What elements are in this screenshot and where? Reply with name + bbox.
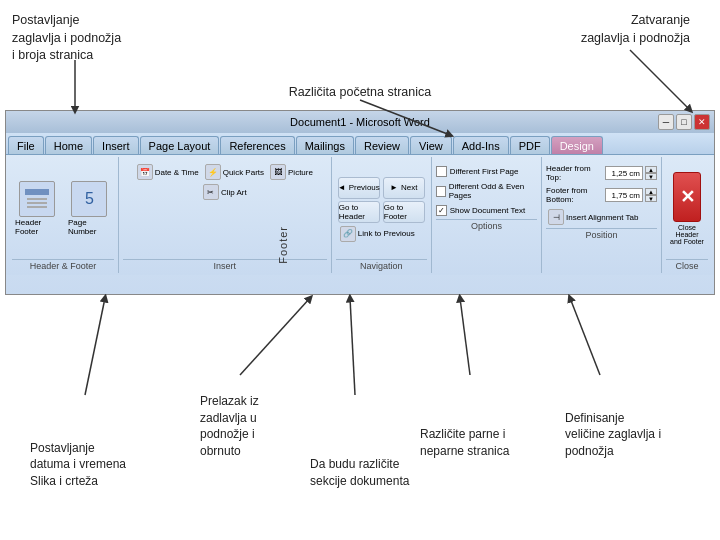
quick-parts-icon: ⚡ bbox=[205, 164, 221, 180]
diff-first-page-row: Different First Page bbox=[436, 166, 537, 177]
tl-line1: Postavljanje bbox=[12, 13, 79, 27]
navigation-buttons: ◄ Previous ► Next Go to Header bbox=[338, 159, 425, 257]
tab-page-layout[interactable]: Page Layout bbox=[140, 136, 220, 154]
previous-button[interactable]: ◄ Previous bbox=[338, 177, 380, 199]
footer-spinner-arrows: ▲ ▼ bbox=[645, 188, 657, 202]
footer-from-bottom-input[interactable]: 1,75 cm bbox=[605, 188, 643, 202]
next-button[interactable]: ► Next bbox=[383, 177, 425, 199]
page-number-button[interactable]: 5 Page Number bbox=[65, 180, 114, 237]
tr-line2: zaglavlja i podnožja bbox=[581, 31, 690, 45]
nav-row2: Go to Header Go to Footer bbox=[338, 201, 425, 223]
page-container: Postavljanje zaglavlja i podnožja i broj… bbox=[0, 0, 720, 540]
show-doc-text-row: Show Document Text bbox=[436, 205, 537, 216]
group-options: Different First Page Different Odd & Eve… bbox=[432, 157, 542, 273]
ribbon: File Home Insert Page Layout References … bbox=[6, 133, 714, 295]
alignment-tab-icon: ⊣ bbox=[548, 209, 564, 225]
header-label: Header Footer bbox=[15, 218, 60, 236]
picture-icon: 🖼 bbox=[270, 164, 286, 180]
group-navigation: ◄ Previous ► Next Go to Header bbox=[332, 157, 432, 273]
position-group-label: Position bbox=[546, 228, 657, 240]
svg-line-1 bbox=[630, 50, 690, 110]
diff-odd-even-checkbox[interactable] bbox=[436, 186, 446, 197]
ribbon-content: Header Footer 5 Page Number Header & Foo… bbox=[6, 155, 714, 275]
header-down-arrow[interactable]: ▼ bbox=[645, 173, 657, 180]
page-number-icon: 5 bbox=[71, 181, 107, 217]
link-previous-button[interactable]: 🔗 Link to Previous bbox=[338, 225, 417, 243]
footer-down-arrow[interactable]: ▼ bbox=[645, 195, 657, 202]
goto-header-button[interactable]: Go to Header bbox=[338, 201, 380, 223]
tab-insert[interactable]: Insert bbox=[93, 136, 139, 154]
header-from-top-input[interactable]: 1,25 cm bbox=[605, 166, 643, 180]
svg-line-6 bbox=[460, 298, 470, 375]
tab-view[interactable]: View bbox=[410, 136, 452, 154]
title-bar-buttons: ─ □ ✕ bbox=[658, 114, 710, 130]
tab-references[interactable]: References bbox=[220, 136, 294, 154]
clip-art-icon: ✂ bbox=[203, 184, 219, 200]
annotation-da-budu: Da budu različitesekcije dokumenta bbox=[310, 456, 409, 490]
hf-buttons: Header Footer 5 Page Number bbox=[12, 159, 114, 257]
tab-pdf[interactable]: PDF bbox=[510, 136, 550, 154]
picture-button[interactable]: 🖼 Picture bbox=[268, 163, 315, 181]
svg-line-7 bbox=[570, 298, 600, 375]
diff-odd-even-row: Different Odd & Even Pages bbox=[436, 182, 537, 200]
header-icon bbox=[19, 181, 55, 217]
navigation-group-label: Navigation bbox=[336, 259, 427, 271]
tab-review[interactable]: Review bbox=[355, 136, 409, 154]
header-from-top-row: Header from Top: 1,25 cm ▲ ▼ bbox=[546, 164, 657, 182]
svg-line-4 bbox=[240, 298, 310, 375]
tab-file[interactable]: File bbox=[8, 136, 44, 154]
tab-home[interactable]: Home bbox=[45, 136, 92, 154]
annotation-top-right: Zatvaranje zaglavlja i podnožja bbox=[581, 12, 690, 47]
clip-art-button[interactable]: ✂ Clip Art bbox=[201, 183, 249, 201]
tl-line3: i broja stranica bbox=[12, 48, 93, 62]
date-time-button[interactable]: 📅 Date & Time bbox=[135, 163, 201, 181]
next-arrow-icon: ► bbox=[390, 183, 398, 192]
nav-row1: ◄ Previous ► Next bbox=[338, 177, 425, 199]
tab-addins[interactable]: Add-Ins bbox=[453, 136, 509, 154]
group-close: ✕ Close Headerand Footer Close bbox=[662, 157, 712, 273]
header-spinner-arrows: ▲ ▼ bbox=[645, 166, 657, 180]
close-label: Close Headerand Footer bbox=[666, 224, 708, 245]
window-title: Document1 - Microsoft Word bbox=[290, 116, 430, 128]
close-header-footer-button[interactable]: ✕ bbox=[673, 172, 701, 222]
group-insert: 📅 Date & Time ⚡ Quick Parts 🖼 Picture bbox=[119, 157, 332, 273]
tl-line2: zaglavlja i podnožja bbox=[12, 31, 121, 45]
link-icon: 🔗 bbox=[340, 226, 356, 242]
annotation-prelazak: Prelazak izzadlavlja upodnožje iobrnuto bbox=[200, 393, 259, 460]
tr-line1: Zatvaranje bbox=[631, 13, 690, 27]
options-checkboxes: Different First Page Different Odd & Eve… bbox=[436, 159, 537, 217]
close-window-button[interactable]: ✕ bbox=[694, 114, 710, 130]
tab-bar: File Home Insert Page Layout References … bbox=[6, 133, 714, 155]
footer-indicator: Footer bbox=[268, 210, 298, 280]
insert-alignment-tab-button[interactable]: ⊣ Insert Alignment Tab bbox=[546, 208, 657, 226]
close-group-label: Close bbox=[666, 259, 708, 271]
annotation-center-top: Različita početna stranica bbox=[289, 85, 431, 99]
word-window: Document1 - Microsoft Word ─ □ ✕ File Ho… bbox=[5, 110, 715, 295]
close-group-content: ✕ Close Headerand Footer bbox=[666, 159, 708, 257]
annotation-razlicite-parne: Različite parne ineparne stranica bbox=[420, 426, 509, 460]
diff-first-page-checkbox[interactable] bbox=[436, 166, 447, 177]
goto-footer-button[interactable]: Go to Footer bbox=[383, 201, 425, 223]
maximize-button[interactable]: □ bbox=[676, 114, 692, 130]
position-fields: Header from Top: 1,25 cm ▲ ▼ Footer from… bbox=[546, 159, 657, 226]
quick-parts-button[interactable]: ⚡ Quick Parts bbox=[203, 163, 266, 181]
annotation-definisanje: Definisanjeveličine zaglavlja ipodnožja bbox=[565, 410, 661, 460]
annotation-postavljanje: Postavljanjedatuma i vremenaSlika i crte… bbox=[30, 440, 126, 490]
options-group-label: Options bbox=[436, 219, 537, 231]
hf-group-label: Header & Footer bbox=[12, 259, 114, 271]
header-button[interactable]: Header Footer bbox=[12, 180, 63, 237]
svg-line-3 bbox=[85, 298, 105, 395]
title-bar: Document1 - Microsoft Word ─ □ ✕ bbox=[6, 111, 714, 133]
tab-mailings[interactable]: Mailings bbox=[296, 136, 354, 154]
minimize-button[interactable]: ─ bbox=[658, 114, 674, 130]
tab-design[interactable]: Design bbox=[551, 136, 603, 154]
page-number-label: Page Number bbox=[68, 218, 111, 236]
annotation-top-left: Postavljanje zaglavlja i podnožja i broj… bbox=[12, 12, 121, 65]
show-doc-text-checkbox[interactable] bbox=[436, 205, 447, 216]
header-up-arrow[interactable]: ▲ bbox=[645, 166, 657, 173]
footer-vertical-label: Footer bbox=[277, 226, 289, 264]
group-position: Header from Top: 1,25 cm ▲ ▼ Footer from… bbox=[542, 157, 662, 273]
prev-arrow-icon: ◄ bbox=[338, 183, 346, 192]
svg-line-5 bbox=[350, 298, 355, 395]
footer-up-arrow[interactable]: ▲ bbox=[645, 188, 657, 195]
